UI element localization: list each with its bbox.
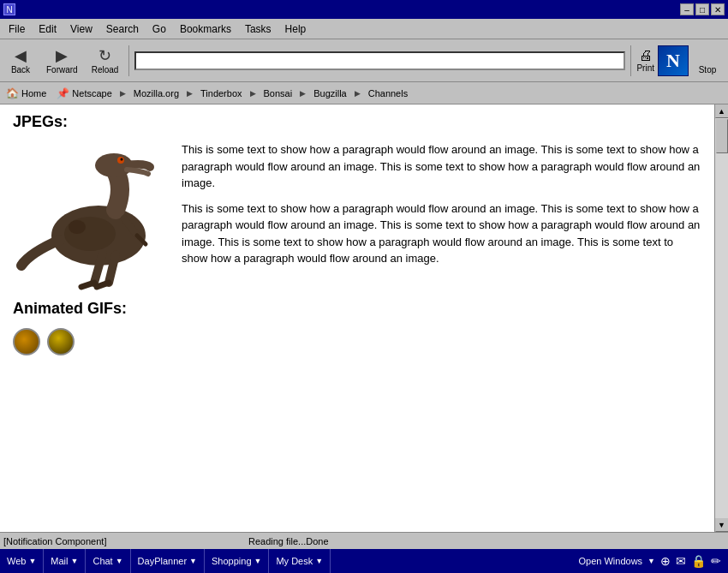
ptoolbar-mozilla-label: Mozilla.org: [134, 88, 179, 98]
stop-label: Stop: [699, 65, 717, 75]
back-icon: ◀: [15, 46, 27, 65]
close-button[interactable]: ✕: [711, 3, 725, 15]
ptoolbar-bonsai[interactable]: Bonsai: [261, 87, 295, 99]
statusbar: [Notification Component] Reading file...…: [0, 532, 728, 549]
taskbar-mail[interactable]: Mail ▼: [44, 549, 86, 573]
svg-point-11: [69, 220, 86, 234]
chat-arrow: ▼: [116, 557, 123, 565]
print-button[interactable]: 🖨 Print: [636, 48, 654, 73]
taskbar-shopping[interactable]: Shopping ▼: [205, 549, 269, 573]
taskbar-web[interactable]: Web ▼: [0, 549, 44, 573]
ptoolbar-channels[interactable]: Channels: [366, 87, 410, 99]
taskbar-dayplanner[interactable]: DayPlanner ▼: [131, 549, 205, 573]
arrow3: ▶: [250, 89, 256, 98]
gif-section: Animated GIFs:: [13, 300, 701, 355]
ptoolbar-mozilla[interactable]: Mozilla.org: [131, 87, 182, 99]
ptoolbar-bugzilla[interactable]: Bugzilla: [311, 87, 349, 99]
back-label: Back: [11, 65, 30, 75]
open-windows-arrow: ▼: [647, 557, 655, 565]
menu-search[interactable]: Search: [101, 21, 144, 37]
vertical-scrollbar[interactable]: ▲ ▼: [714, 104, 728, 532]
forward-button[interactable]: ▶ Forward: [41, 45, 83, 76]
scroll-up-button[interactable]: ▲: [715, 104, 729, 118]
menu-view[interactable]: View: [65, 21, 98, 37]
flow-text: This is some text to show how a paragrap…: [182, 141, 701, 291]
ptoolbar-home[interactable]: 🏠 Home: [3, 87, 49, 100]
svg-line-5: [81, 283, 94, 287]
svg-line-7: [97, 283, 109, 287]
taskbar-chat[interactable]: Chat ▼: [86, 549, 130, 573]
reload-icon: ↻: [98, 46, 111, 65]
minimize-button[interactable]: –: [680, 3, 694, 15]
shopping-arrow: ▼: [254, 557, 262, 565]
ptoolbar-bonsai-label: Bonsai: [264, 88, 293, 98]
home-icon: 🏠: [6, 87, 19, 99]
network-icon[interactable]: ⊕: [660, 554, 671, 568]
menu-tasks[interactable]: Tasks: [240, 21, 277, 37]
maximize-button[interactable]: □: [695, 3, 709, 15]
scroll-thumb[interactable]: [716, 119, 728, 153]
forward-icon: ▶: [56, 46, 68, 65]
app-icon: N: [3, 3, 15, 15]
forward-label: Forward: [46, 65, 78, 75]
ptoolbar-tinderbox[interactable]: Tinderbox: [198, 87, 245, 99]
reload-button[interactable]: ↻ Reload: [87, 45, 124, 76]
mydesk-arrow: ▼: [315, 557, 323, 565]
mail-arrow: ▼: [71, 557, 79, 565]
image-text-block: This is some text to show how a paragrap…: [13, 141, 701, 291]
ptoolbar-channels-label: Channels: [368, 88, 408, 98]
taskbar-web-label: Web: [7, 556, 26, 566]
toolbar-separator2: [630, 45, 631, 76]
scroll-down-button[interactable]: ▼: [715, 518, 729, 532]
paragraph2: This is some text to show how a paragrap…: [182, 200, 701, 267]
print-icon: 🖨: [639, 48, 653, 63]
titlebar-left: N: [3, 3, 19, 15]
titlebar: N – □ ✕: [0, 0, 728, 19]
ptoolbar-bugzilla-label: Bugzilla: [313, 88, 347, 98]
netscape-icon: 📌: [57, 87, 69, 99]
url-input[interactable]: [134, 51, 625, 70]
jpeg-heading: JPEGs:: [13, 113, 701, 131]
taskbar: Web ▼ Mail ▼ Chat ▼ DayPlanner ▼ Shoppin…: [0, 549, 728, 573]
toolbar: ◀ Back ▶ Forward ↻ Reload 🖨 Print N Stop: [0, 39, 728, 82]
menu-bookmarks[interactable]: Bookmarks: [175, 21, 236, 37]
lock-icon[interactable]: 🔒: [691, 554, 706, 568]
personal-toolbar: 🏠 Home 📌 Netscape ▶ Mozilla.org ▶ Tinder…: [0, 82, 728, 104]
arrow4: ▶: [300, 89, 306, 98]
menubar: File Edit View Search Go Bookmarks Tasks…: [0, 19, 728, 39]
window-controls[interactable]: – □ ✕: [680, 3, 725, 15]
status-message: Reading file...Done: [248, 536, 725, 546]
print-label: Print: [636, 63, 654, 73]
back-button[interactable]: ◀ Back: [3, 45, 38, 76]
menu-edit[interactable]: Edit: [33, 21, 62, 37]
arrow5: ▶: [355, 89, 361, 98]
netscape-logo: N: [658, 45, 689, 76]
open-windows-label: Open Windows: [578, 556, 642, 566]
taskbar-dayplanner-label: DayPlanner: [138, 556, 187, 566]
taskbar-shopping-label: Shopping: [212, 556, 252, 566]
gif-heading: Animated GIFs:: [13, 300, 701, 318]
toolbar-separator: [128, 45, 129, 76]
svg-point-3: [121, 158, 123, 161]
animated-gif-1: [13, 328, 40, 355]
menu-help[interactable]: Help: [280, 21, 312, 37]
main-area: JPEGs:: [0, 104, 728, 532]
menu-file[interactable]: File: [3, 21, 30, 37]
ptoolbar-tinderbox-label: Tinderbox: [200, 88, 242, 98]
dino-image: [13, 141, 171, 291]
reload-label: Reload: [92, 65, 119, 75]
dayplanner-arrow: ▼: [189, 557, 197, 565]
web-arrow: ▼: [28, 557, 36, 565]
menu-go[interactable]: Go: [147, 21, 171, 37]
scroll-track[interactable]: [715, 118, 729, 518]
email-icon[interactable]: ✉: [676, 554, 686, 568]
stop-button[interactable]: Stop: [690, 63, 725, 76]
taskbar-chat-label: Chat: [92, 556, 112, 566]
taskbar-mydesk-label: My Desk: [276, 556, 313, 566]
ptoolbar-netscape-label: Netscape: [72, 88, 111, 98]
paragraph1: This is some text to show how a paragrap…: [182, 141, 701, 192]
taskbar-mydesk[interactable]: My Desk ▼: [269, 549, 331, 573]
settings-icon[interactable]: ✏: [711, 554, 721, 568]
ptoolbar-netscape[interactable]: 📌 Netscape: [54, 87, 114, 100]
content-area: JPEGs:: [0, 104, 714, 532]
